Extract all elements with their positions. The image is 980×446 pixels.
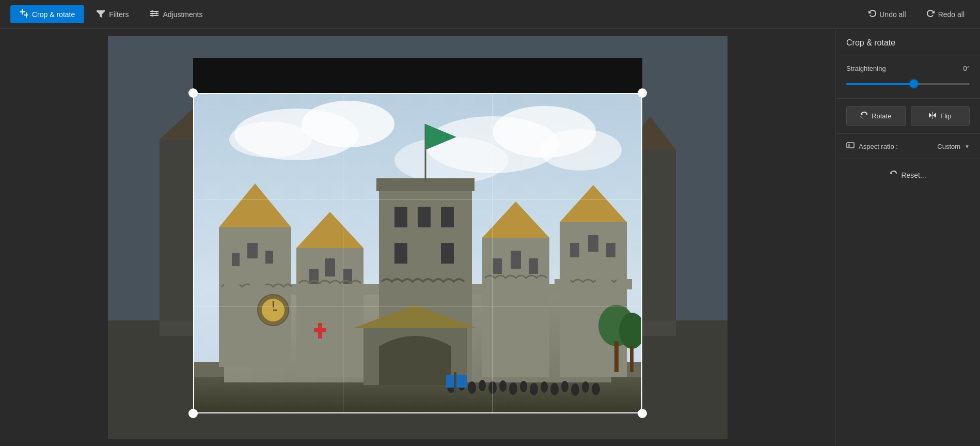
svg-rect-41 <box>325 258 335 276</box>
crop-image <box>193 93 642 413</box>
svg-point-23 <box>302 101 394 147</box>
svg-point-85 <box>488 381 497 394</box>
svg-rect-56 <box>529 258 538 274</box>
crop-handle-bottom-right[interactable] <box>638 409 647 418</box>
tab-crop-rotate-label: Crop & rotate <box>32 10 75 19</box>
svg-point-90 <box>541 381 548 393</box>
filters-icon <box>97 9 105 19</box>
svg-point-28 <box>394 137 508 183</box>
panel-title: Crop & rotate <box>836 29 980 55</box>
flip-icon <box>929 112 936 120</box>
svg-marker-99 <box>933 113 936 118</box>
svg-point-95 <box>592 383 600 395</box>
slider-fill <box>846 83 914 85</box>
svg-rect-70 <box>503 279 518 289</box>
aspect-ratio-label: Aspect ratio : <box>859 143 933 150</box>
svg-rect-59 <box>570 243 579 257</box>
svg-rect-49 <box>441 207 454 227</box>
svg-marker-98 <box>929 113 932 118</box>
svg-rect-73 <box>596 279 611 289</box>
toolbar-tabs: Crop & rotate Filters Adjustments <box>10 5 212 23</box>
svg-point-3 <box>155 12 157 14</box>
redo-all-label: Redo all <box>938 10 965 19</box>
svg-point-87 <box>509 382 517 395</box>
svg-rect-51 <box>441 243 454 264</box>
rotate-flip-section: Rotate Flip <box>836 99 980 134</box>
chevron-down-icon: ▼ <box>965 144 970 149</box>
svg-rect-42 <box>343 269 352 284</box>
straightening-value: 0° <box>963 65 970 72</box>
redo-all-button[interactable]: Redo all <box>922 6 970 22</box>
svg-rect-79 <box>614 341 619 372</box>
svg-point-93 <box>571 383 579 396</box>
rotate-button[interactable]: Rotate <box>846 106 906 126</box>
tab-adjustments[interactable]: Adjustments <box>141 5 212 23</box>
slider-thumb[interactable] <box>910 80 918 88</box>
straightening-label-row: Straightening 0° <box>846 65 970 72</box>
aspect-ratio-dropdown[interactable]: Custom ▼ <box>937 143 970 150</box>
straightening-label: Straightening <box>846 65 886 72</box>
svg-point-86 <box>499 380 507 392</box>
crop-handle-top-left[interactable] <box>188 88 198 98</box>
aspect-ratio-section: Aspect ratio : Custom ▼ <box>836 134 980 159</box>
svg-rect-48 <box>418 207 431 227</box>
flip-button[interactable]: Flip <box>911 106 970 126</box>
svg-point-24 <box>229 121 312 158</box>
main-content: Crop & rotate Straightening 0° <box>0 29 980 446</box>
crop-rotate-icon <box>20 9 28 19</box>
svg-rect-69 <box>250 279 265 289</box>
svg-rect-8 <box>153 15 159 16</box>
crop-top-bar <box>193 58 642 93</box>
tab-filters[interactable]: Filters <box>87 5 138 23</box>
undo-icon <box>868 9 876 19</box>
svg-rect-2 <box>153 11 159 12</box>
reset-icon <box>890 171 897 179</box>
svg-rect-35 <box>232 253 240 266</box>
rotate-label: Rotate <box>872 112 891 120</box>
svg-rect-54 <box>493 258 502 274</box>
svg-rect-76 <box>314 328 326 332</box>
crop-handle-top-right[interactable] <box>638 88 647 98</box>
adjustments-icon <box>150 9 159 19</box>
svg-point-91 <box>550 383 559 395</box>
svg-rect-4 <box>150 13 155 14</box>
svg-point-83 <box>468 381 476 394</box>
redo-icon <box>927 9 935 19</box>
tab-crop-rotate[interactable]: Crop & rotate <box>10 5 84 23</box>
crop-handle-bottom-left[interactable] <box>188 409 198 418</box>
svg-point-94 <box>582 381 589 393</box>
svg-rect-50 <box>394 243 407 264</box>
reset-section: Reset... <box>836 159 980 191</box>
aspect-ratio-value: Custom <box>937 143 960 150</box>
svg-rect-47 <box>394 207 407 227</box>
undo-all-button[interactable]: Undo all <box>863 6 911 22</box>
svg-rect-74 <box>617 279 632 289</box>
rotate-icon <box>860 112 867 120</box>
svg-rect-97 <box>454 372 456 398</box>
reset-button[interactable]: Reset... <box>879 166 936 183</box>
toolbar: Crop & rotate Filters Adjustments <box>0 0 980 29</box>
svg-point-84 <box>479 380 486 391</box>
svg-rect-61 <box>606 243 615 257</box>
svg-rect-37 <box>265 251 273 264</box>
svg-rect-36 <box>247 243 258 258</box>
straightening-slider[interactable] <box>846 79 970 89</box>
svg-rect-102 <box>848 144 850 147</box>
reset-label: Reset... <box>901 171 926 179</box>
tab-adjustments-label: Adjustments <box>163 10 202 19</box>
svg-rect-55 <box>511 251 521 269</box>
svg-rect-71 <box>529 279 544 289</box>
svg-rect-5 <box>157 13 159 14</box>
crop-frame[interactable] <box>193 93 642 413</box>
svg-point-89 <box>530 383 538 395</box>
svg-point-27 <box>539 129 622 171</box>
toolbar-actions: Undo all Redo all <box>863 6 970 22</box>
right-panel: Crop & rotate Straightening 0° <box>835 29 980 446</box>
canvas-area <box>0 29 835 446</box>
aspect-ratio-icon <box>846 141 855 151</box>
flip-label: Flip <box>940 112 951 120</box>
slider-track <box>846 83 970 85</box>
svg-rect-60 <box>588 235 598 252</box>
svg-rect-100 <box>932 112 933 119</box>
tab-filters-label: Filters <box>109 10 129 19</box>
